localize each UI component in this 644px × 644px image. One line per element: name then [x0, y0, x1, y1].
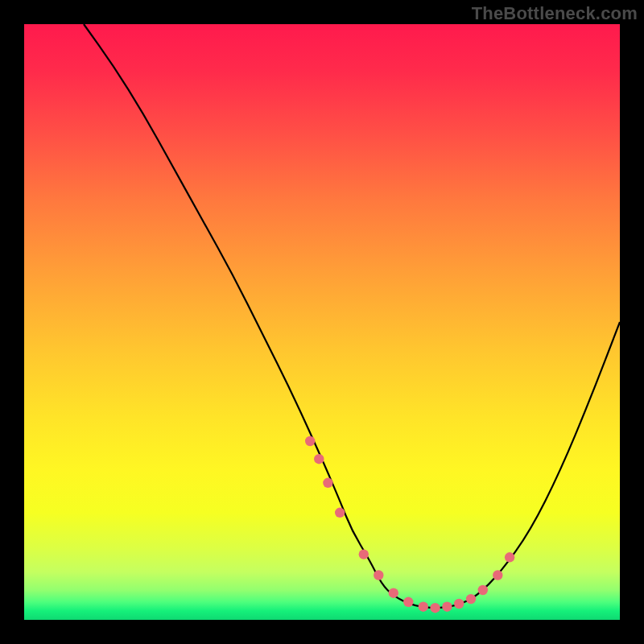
highlight-dot	[478, 585, 488, 595]
bottleneck-curve-line	[84, 24, 620, 608]
highlight-dot	[493, 570, 502, 580]
watermark-text: TheBottleneck.com	[472, 3, 638, 24]
highlight-dot	[419, 602, 428, 612]
highlight-dot	[374, 570, 383, 580]
highlight-dot	[323, 478, 332, 488]
highlight-dots-group	[305, 436, 514, 613]
highlight-dot	[389, 588, 398, 598]
highlight-dot	[359, 549, 369, 559]
chart-frame: TheBottleneck.com	[0, 0, 644, 644]
highlight-dot	[305, 436, 315, 446]
highlight-dot	[442, 602, 452, 612]
highlight-dot	[454, 599, 464, 609]
highlight-dot	[335, 508, 345, 518]
highlight-dot	[314, 454, 324, 464]
plot-area	[24, 24, 620, 620]
highlight-dot	[403, 597, 413, 607]
highlight-dot	[430, 603, 440, 613]
highlight-dot	[505, 552, 514, 562]
highlight-dot	[466, 594, 476, 604]
curve-svg	[24, 24, 620, 620]
